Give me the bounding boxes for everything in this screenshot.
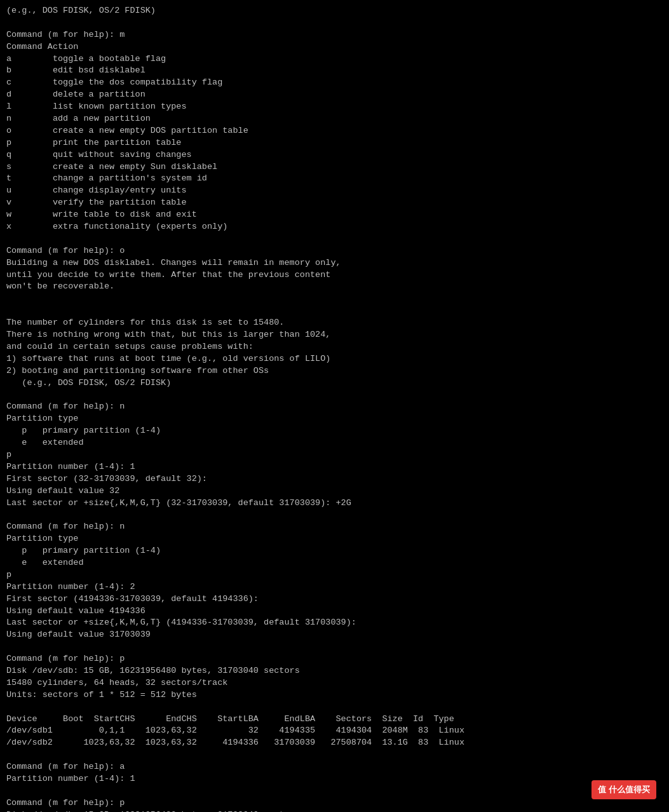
terminal-output: (e.g., DOS FDISK, OS/2 FDISK) Command (m…: [6, 5, 663, 812]
watermark-badge: 值 什么值得买: [591, 780, 656, 799]
